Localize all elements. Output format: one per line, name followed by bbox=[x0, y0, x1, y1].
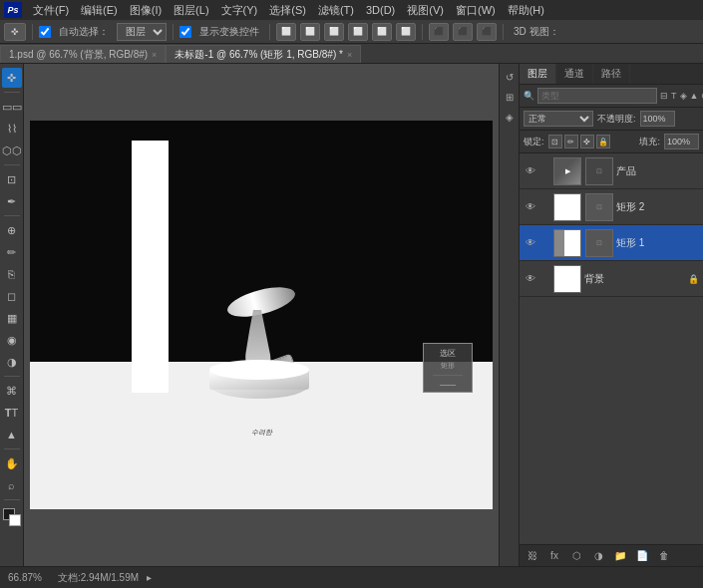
align-top-btn[interactable]: ⬜ bbox=[348, 23, 368, 41]
layer-item-product[interactable]: 👁 ▶ ⊡ 产品 bbox=[520, 153, 703, 189]
properties-icon[interactable]: ⊞ bbox=[501, 88, 519, 106]
layer-eye-rect1[interactable]: 👁 bbox=[524, 236, 537, 250]
delete-layer-btn[interactable]: 🗑 bbox=[655, 548, 673, 564]
shape-tool[interactable]: ▲ bbox=[2, 425, 22, 444]
tab-2-close[interactable]: × bbox=[347, 50, 352, 60]
tab-layers[interactable]: 图层 bbox=[520, 64, 556, 84]
tab-2[interactable]: 未标题-1 @ 66.7% (矩形 1, RGB/8#) * × bbox=[166, 45, 361, 63]
tab-1-close[interactable]: × bbox=[152, 50, 157, 60]
pen-tool[interactable]: ⌘ bbox=[2, 381, 22, 401]
align-center-btn[interactable]: ⬜ bbox=[300, 23, 320, 41]
align-middle-btn[interactable]: ⬜ bbox=[372, 23, 392, 41]
info-line3: —— bbox=[440, 380, 456, 389]
layer-link-product bbox=[540, 164, 550, 178]
tab-channels[interactable]: 通道 bbox=[556, 64, 593, 84]
move-tool-btn[interactable]: ✜ bbox=[4, 23, 26, 41]
layer-thumb-bg bbox=[553, 265, 581, 293]
ps-canvas[interactable]: 수려한 选区 矩形 —— bbox=[30, 121, 493, 509]
menu-file[interactable]: 文件(F) bbox=[28, 2, 74, 19]
lock-position-icon[interactable]: ✜ bbox=[580, 135, 594, 148]
auto-select-checkbox[interactable] bbox=[39, 26, 51, 38]
filter-shape-icon[interactable]: ▲ bbox=[690, 91, 699, 101]
distribute-h-btn[interactable]: ⬛ bbox=[477, 23, 497, 41]
canvas-area[interactable]: 수려한 选区 矩形 —— bbox=[24, 64, 499, 566]
layer-item-rect1[interactable]: 👁 ⊡ 矩形 1 bbox=[520, 225, 703, 261]
layer-link-rect2 bbox=[540, 200, 550, 214]
menu-3d[interactable]: 3D(D) bbox=[361, 3, 400, 17]
tab-1-label: 1.psd @ 66.7% (背景, RGB/8#) bbox=[9, 48, 148, 62]
align-bottom-btn[interactable]: ⬜ bbox=[396, 23, 416, 41]
canvas-info-box[interactable]: 选区 矩形 —— bbox=[423, 343, 473, 393]
tool-sep-3 bbox=[4, 215, 20, 216]
brush-tool[interactable]: ✏ bbox=[2, 242, 22, 262]
product-jar: 수려한 bbox=[206, 365, 316, 440]
gradient-tool[interactable]: ▦ bbox=[2, 308, 22, 328]
menu-image[interactable]: 图像(I) bbox=[125, 2, 167, 19]
clone-tool[interactable]: ⎘ bbox=[2, 264, 22, 284]
layer-search-input[interactable] bbox=[537, 88, 657, 104]
add-mask-btn[interactable]: ⬡ bbox=[567, 548, 585, 564]
move-tool[interactable] bbox=[2, 68, 22, 88]
menu-select[interactable]: 选择(S) bbox=[264, 2, 311, 19]
tab-paths[interactable]: 路径 bbox=[593, 64, 630, 84]
tab-bar: 1.psd @ 66.7% (背景, RGB/8#) × 未标题-1 @ 66.… bbox=[0, 44, 703, 64]
dodge-tool[interactable]: ◑ bbox=[2, 352, 22, 372]
lock-paint-icon[interactable]: ✏ bbox=[564, 135, 578, 148]
right-panel: 图层 通道 路径 🔍 ⊟ T ◈ ▲ ⊕ ● 正常 不透明度: bbox=[519, 64, 703, 566]
layer-item-bg[interactable]: 👁 背景 🔒 bbox=[520, 261, 703, 297]
menu-layer[interactable]: 图层(L) bbox=[169, 2, 213, 19]
menu-bar: Ps 文件(F) 编辑(E) 图像(I) 图层(L) 文字(Y) 选择(S) 滤… bbox=[0, 0, 703, 20]
new-group-btn[interactable]: 📁 bbox=[611, 548, 629, 564]
filter-type-icon[interactable]: T bbox=[671, 91, 677, 101]
new-layer-btn[interactable]: 📄 bbox=[633, 548, 651, 564]
blur-tool[interactable]: ◉ bbox=[2, 330, 22, 350]
lasso-tool[interactable]: ⌇ bbox=[2, 119, 22, 139]
distribute-btn[interactable]: ⬛ bbox=[429, 23, 449, 41]
blend-mode-select[interactable]: 正常 bbox=[524, 111, 593, 127]
text-tool[interactable]: T bbox=[2, 403, 22, 423]
filter-adj-icon[interactable]: ◈ bbox=[680, 91, 687, 101]
layer-eye-rect2[interactable]: 👁 bbox=[524, 200, 537, 214]
menu-edit[interactable]: 编辑(E) bbox=[76, 2, 123, 19]
magic-wand-tool[interactable]: ⬡ bbox=[2, 141, 22, 160]
history-icon[interactable]: ↺ bbox=[501, 68, 519, 86]
lock-transparent-icon[interactable]: ⊡ bbox=[548, 135, 562, 148]
tab-1[interactable]: 1.psd @ 66.7% (背景, RGB/8#) × bbox=[0, 45, 166, 63]
layer-link-rect1 bbox=[540, 236, 550, 250]
layer-thumb2-rect1: ⊡ bbox=[585, 229, 613, 257]
marquee-tool[interactable]: ▭ bbox=[2, 97, 22, 117]
align-right-btn[interactable]: ⬜ bbox=[324, 23, 344, 41]
filter-icon[interactable]: ⊟ bbox=[660, 91, 668, 101]
panel-tabs: 图层 通道 路径 bbox=[520, 64, 703, 85]
distribute-v-btn[interactable]: ⬛ bbox=[453, 23, 473, 41]
color-swatch[interactable] bbox=[3, 508, 21, 526]
show-transform-checkbox[interactable] bbox=[179, 26, 191, 38]
layer-eye-bg[interactable]: 👁 bbox=[524, 272, 537, 286]
menu-window[interactable]: 窗口(W) bbox=[451, 2, 501, 19]
layer-item-rect2[interactable]: 👁 ⊡ 矩形 2 bbox=[520, 189, 703, 225]
menu-filter[interactable]: 滤镜(T) bbox=[313, 2, 359, 19]
layers-search-bar: 🔍 ⊟ T ◈ ▲ ⊕ ● bbox=[520, 85, 703, 108]
heal-tool[interactable]: ⊕ bbox=[2, 220, 22, 240]
layers-panel: 🔍 ⊟ T ◈ ▲ ⊕ ● 正常 不透明度: 锁定: bbox=[520, 85, 703, 566]
zoom-tool[interactable]: ⌕ bbox=[2, 475, 22, 495]
layer-select[interactable]: 图层 bbox=[117, 23, 167, 41]
hand-tool[interactable]: ✋ bbox=[2, 453, 22, 473]
add-style-btn[interactable]: fx bbox=[545, 548, 563, 564]
menu-text[interactable]: 文字(Y) bbox=[216, 2, 263, 19]
background-color[interactable] bbox=[9, 514, 21, 526]
new-fill-btn[interactable]: ◑ bbox=[589, 548, 607, 564]
eraser-tool[interactable]: ◻ bbox=[2, 286, 22, 306]
align-left-btn[interactable]: ⬜ bbox=[276, 23, 296, 41]
eyedrop-tool[interactable]: ✒ bbox=[2, 191, 22, 211]
lock-all-icon[interactable]: 🔒 bbox=[596, 135, 610, 148]
menu-help[interactable]: 帮助(H) bbox=[503, 2, 549, 19]
menu-view[interactable]: 视图(V) bbox=[402, 2, 449, 19]
fill-input[interactable] bbox=[664, 134, 699, 149]
opacity-input[interactable] bbox=[640, 111, 675, 127]
link-layers-btn[interactable]: ⛓ bbox=[524, 548, 541, 564]
cream-flow-svg bbox=[201, 280, 321, 400]
layer-eye-product[interactable]: 👁 bbox=[524, 164, 537, 178]
crop-tool[interactable]: ⊡ bbox=[2, 169, 22, 189]
adjustments-icon[interactable]: ◈ bbox=[501, 108, 519, 126]
